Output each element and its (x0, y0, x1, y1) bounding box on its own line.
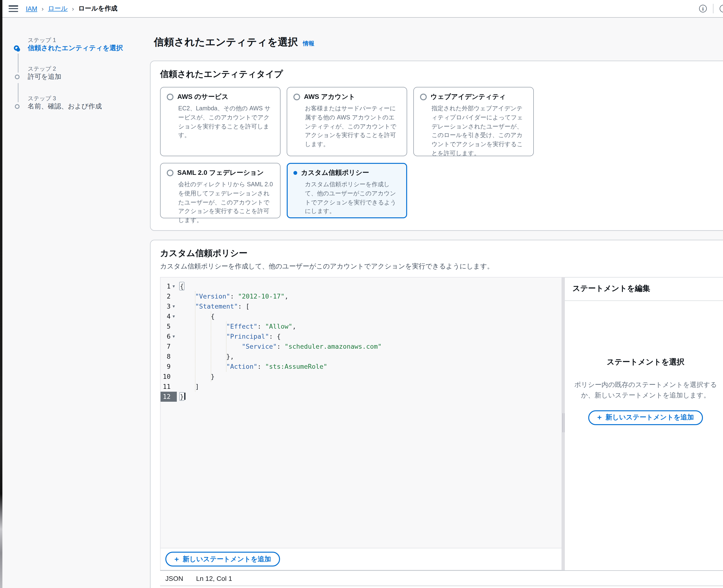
code-text: "Version": "2012-10-17", (177, 291, 288, 301)
entity-type-option-2[interactable]: AWS アカウントお客様またはサードパーティーに属する他の AWS アカウントの… (287, 87, 407, 156)
code-text: "Service": "scheduler.amazonaws.com" (177, 341, 381, 352)
radio-icon[interactable] (167, 170, 173, 176)
policy-editor-row: 1▼{2 "Version": "2012-10-17",3▼ "Stateme… (160, 277, 723, 570)
option-title: SAML 2.0 フェデレーション (177, 169, 264, 177)
code-line-5: 5 "Effect": "Allow", (161, 321, 561, 332)
policy-card-title: カスタム信頼ポリシー (160, 248, 723, 259)
option-description: カスタム信頼ポリシーを作成して、他のユーザーがこのアカウントでアクションを実行で… (305, 180, 400, 216)
line-gutter: 11 (161, 382, 177, 392)
radio-selected-icon[interactable] (293, 171, 297, 175)
step-connector-line (18, 54, 19, 72)
radio-icon[interactable] (167, 93, 173, 100)
entity-type-option-1[interactable]: AWS のサービスEC2、Lambda、その他の AWS サービスが、このアカウ… (160, 87, 281, 156)
code-line-12: 12} (161, 392, 561, 402)
editor-footer: + 新しいステートメントを追加 (161, 548, 561, 570)
code-text: "Principal": { (177, 332, 281, 341)
code-text: }, (177, 352, 234, 362)
entity-card-title: 信頼されたエンティティタイプ (160, 68, 717, 80)
editor-panel-splitter[interactable] (562, 277, 565, 570)
fold-arrow-icon[interactable]: ▼ (171, 281, 177, 291)
page-info-link[interactable]: 情報 (303, 40, 314, 48)
code-line-1: 1▼{ (161, 281, 561, 291)
info-icon[interactable]: i (699, 5, 707, 13)
step-number-label: ステップ 1 (28, 36, 56, 44)
topbar-actions: i (699, 0, 723, 17)
option-description: お客様またはサードパーティーに属する他の AWS アカウントのエンティティが、こ… (305, 104, 400, 149)
line-gutter: 1▼ (161, 281, 177, 291)
line-gutter: 8 (161, 352, 177, 362)
entity-type-option-4[interactable]: SAML 2.0 フェデレーション会社のディレクトリから SAML 2.0 を使… (160, 163, 281, 218)
entity-type-option-5[interactable]: カスタム信頼ポリシーカスタム信頼ポリシーを作成して、他のユーザーがこのアカウント… (287, 163, 407, 218)
editor-status-bar: JSON Ln 12, Col 1 (160, 570, 723, 586)
top-navigation-bar: IAM › ロール › ロールを作成 i (2, 0, 723, 18)
wizard-steps-nav: ステップ 1信頼されたエンティティを選択ステップ 2許可を追加ステップ 3名前、… (13, 36, 142, 122)
entity-type-options: AWS のサービスEC2、Lambda、その他の AWS サービスが、このアカウ… (160, 87, 717, 218)
add-statement-button-editor[interactable]: + 新しいステートメントを追加 (165, 552, 280, 567)
line-gutter: 3▼ (161, 301, 177, 311)
background-window-strip (0, 0, 2, 588)
code-text: { (177, 281, 184, 291)
option-description: 会社のディレクトリから SAML 2.0 を使用してフェデレーションされたユーザ… (178, 180, 274, 225)
code-line-3: 3▼ "Statement": [ (161, 301, 561, 311)
code-text: "Action": "sts:AssumeRole" (177, 362, 327, 372)
line-gutter: 12 (161, 392, 177, 402)
line-gutter: 5 (161, 321, 177, 332)
option-description: EC2、Lambda、その他の AWS サービスが、このアカウントでアクションを… (178, 104, 274, 140)
chevron-right-icon: › (72, 5, 74, 12)
radio-icon[interactable] (420, 93, 427, 100)
line-gutter: 10 (161, 372, 177, 382)
page-title: 信頼されたエンティティを選択 (154, 35, 298, 49)
option-title: AWS アカウント (304, 93, 355, 101)
line-gutter: 4▼ (161, 311, 177, 321)
splitter-drag-handle[interactable] (562, 413, 565, 432)
line-gutter: 9 (161, 362, 177, 372)
text-cursor (184, 393, 185, 400)
line-gutter: 6▼ (161, 332, 177, 341)
code-text: "Statement": [ (177, 301, 250, 311)
step-connector-line (18, 83, 19, 102)
code-line-10: 10 } (161, 372, 561, 382)
statement-empty-title: ステートメントを選択 (574, 357, 718, 367)
step-radio-active-icon (14, 45, 19, 50)
code-text: "Effect": "Allow", (177, 321, 296, 332)
code-line-6: 6▼ "Principal": { (161, 332, 561, 341)
plus-icon: + (174, 555, 179, 563)
statement-empty-state: ステートメントを選択 ポリシー内の既存のステートメントを選択するか、新しいステー… (565, 301, 723, 425)
indent-guide (211, 311, 211, 382)
page-header: 信頼されたエンティティを選択 情報 (154, 35, 314, 49)
step-radio-icon (15, 104, 20, 109)
partial-header-icon[interactable] (720, 5, 723, 13)
option-title: ウェブアイデンティティ (431, 93, 506, 101)
option-title: カスタム信頼ポリシー (301, 169, 369, 177)
code-line-11: 11 ] (161, 382, 561, 392)
fold-arrow-icon[interactable]: ▼ (171, 311, 177, 321)
editor-format-label: JSON (165, 574, 183, 582)
trusted-entity-type-card: 信頼されたエンティティタイプ AWS のサービスEC2、Lambda、その他の … (150, 61, 723, 231)
step-number-label: ステップ 3 (28, 94, 56, 103)
statement-panel-header: ステートメントを編集 (565, 277, 723, 301)
code-line-4: 4▼ { (161, 311, 561, 321)
breadcrumb-iam-link[interactable]: IAM (26, 5, 37, 12)
code-text: { (177, 311, 214, 321)
code-text: } (177, 372, 214, 382)
step-title-3: 名前、確認、および作成 (28, 102, 102, 111)
step-number-label: ステップ 2 (28, 65, 56, 73)
code-editor-area[interactable]: 1▼{2 "Version": "2012-10-17",3▼ "Stateme… (161, 277, 561, 548)
step-title-1[interactable]: 信頼されたエンティティを選択 (28, 44, 123, 52)
fold-arrow-icon[interactable]: ▼ (171, 332, 177, 341)
code-text: ] (177, 382, 199, 392)
entity-type-option-3[interactable]: ウェブアイデンティティ指定された外部ウェブアイデンティティプロバイダーによってフ… (413, 87, 534, 156)
add-statement-button-panel[interactable]: + 新しいステートメントを追加 (588, 410, 703, 425)
breadcrumb-roles-link[interactable]: ロール (48, 4, 68, 13)
code-line-2: 2 "Version": "2012-10-17", (161, 291, 561, 301)
iam-create-role-page: IAM › ロール › ロールを作成 i ステップ 1信頼されたエンティティを選… (0, 0, 723, 588)
fold-arrow-icon[interactable]: ▼ (171, 301, 177, 311)
breadcrumb-current: ロールを作成 (78, 4, 118, 13)
topbar-divider (713, 4, 714, 13)
json-policy-editor: 1▼{2 "Version": "2012-10-17",3▼ "Stateme… (160, 277, 562, 570)
custom-trust-policy-card: カスタム信頼ポリシー カスタム信頼ポリシーを作成して、他のユーザーがこのアカウン… (150, 240, 723, 588)
radio-icon[interactable] (293, 93, 300, 100)
breadcrumb: IAM › ロール › ロールを作成 (26, 4, 118, 13)
hamburger-menu-icon[interactable] (8, 5, 18, 12)
code-line-9: 9 "Action": "sts:AssumeRole" (161, 362, 561, 372)
